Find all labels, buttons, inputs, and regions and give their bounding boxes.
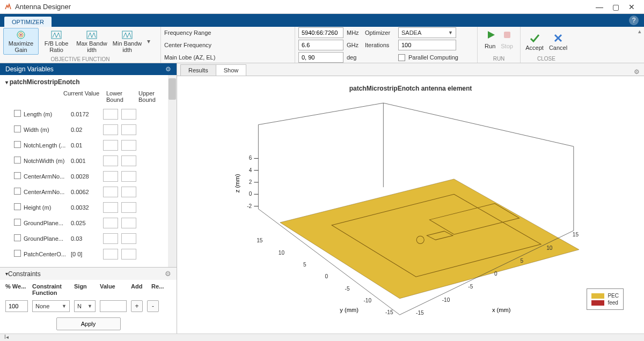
scrollbar-thumb[interactable] (169, 78, 176, 100)
obj-min-bandwidth-button[interactable]: Min Bandw idth (109, 28, 145, 54)
svg-text:-10: -10 (442, 297, 450, 303)
constraint-weight-input[interactable] (5, 300, 28, 312)
variable-checkbox[interactable] (14, 172, 21, 179)
upper-bound-input[interactable] (121, 187, 136, 197)
freq-range-unit: MHz (347, 29, 362, 36)
upper-bound-input[interactable] (121, 202, 136, 213)
cross-icon (547, 32, 569, 45)
variable-name: NotchLength (... (21, 142, 71, 149)
constraint-func-select[interactable]: None▼ (32, 300, 70, 312)
lower-bound-input[interactable] (103, 140, 118, 151)
ribbon-label-run: RUN (478, 55, 520, 63)
antenna-plot[interactable]: patchMicrostripEnotch antenna element (177, 76, 644, 333)
variable-row: NotchWidth (m)0.001 (0, 153, 177, 168)
variable-checkbox[interactable] (14, 141, 21, 148)
variable-checkbox[interactable] (14, 188, 21, 195)
lower-bound-input[interactable] (103, 171, 118, 182)
upper-bound-input[interactable] (121, 155, 136, 166)
maximize-button[interactable]: ▢ (608, 3, 624, 11)
upper-bound-input[interactable] (121, 218, 136, 228)
upper-bound-input[interactable] (121, 109, 136, 120)
stop-button[interactable] (500, 28, 514, 42)
col-sign: Sign (74, 283, 96, 296)
variable-checkbox[interactable] (14, 125, 21, 132)
tab-results[interactable]: Results (180, 64, 216, 76)
ribbon-group-input: Frequency Range Center Frequency Main Lo… (161, 27, 295, 63)
constraint-add-button[interactable]: + (131, 300, 143, 312)
accept-button[interactable]: Accept (524, 32, 545, 51)
objective-more-dropdown[interactable]: ▾ (145, 38, 152, 45)
panel-gear-icon[interactable]: ⚙ (165, 65, 171, 73)
variable-name: GroundPlane... (21, 235, 71, 242)
results-tabstrip: Results Show ⚙ (177, 63, 644, 76)
svg-text:-5: -5 (468, 284, 473, 290)
variable-checkbox[interactable] (14, 219, 21, 226)
collapse-ribbon-icon[interactable]: ▴ (638, 28, 641, 35)
variable-checkbox[interactable] (14, 157, 21, 164)
tab-optimizer[interactable]: OPTIMIZER (4, 17, 52, 27)
svg-text:0: 0 (249, 191, 252, 197)
constraint-remove-button[interactable]: - (147, 300, 159, 312)
variable-name: Width (m) (21, 127, 71, 133)
lower-bound-input[interactable] (103, 233, 118, 244)
variable-checkbox[interactable] (14, 250, 21, 257)
tab-show[interactable]: Show (216, 64, 247, 76)
variable-name: CenterArmNo... (21, 173, 71, 180)
cancel-button[interactable]: Cancel (547, 32, 569, 51)
scrollbar-track[interactable] (168, 75, 177, 267)
svg-text:2: 2 (249, 179, 252, 185)
upper-bound-input[interactable] (121, 249, 136, 260)
lower-bound-input[interactable] (103, 202, 118, 213)
minimize-button[interactable]: — (591, 3, 608, 11)
lower-bound-input[interactable] (103, 109, 118, 120)
lower-bound-input[interactable] (103, 218, 118, 228)
optimizer-select[interactable]: SADEA▼ (398, 27, 456, 38)
variable-checkbox[interactable] (14, 203, 21, 210)
tree-node-antenna[interactable]: patchMicrostripEnotch (0, 75, 177, 89)
constraints-gear-icon[interactable]: ⚙ (165, 270, 171, 278)
svg-text:-5: -5 (345, 286, 350, 292)
close-window-button[interactable]: ✕ (624, 3, 640, 11)
lower-bound-input[interactable] (103, 155, 118, 166)
lower-bound-input[interactable] (103, 187, 118, 197)
variable-value: 0.03 (71, 235, 103, 242)
chevron-down-icon: ▼ (448, 30, 453, 35)
constraint-sign-select[interactable]: N▼ (74, 300, 96, 312)
svg-text:15: 15 (257, 238, 263, 243)
iterations-input[interactable] (398, 40, 456, 50)
lower-bound-input[interactable] (103, 124, 118, 135)
rewind-icon[interactable]: I◂ (4, 334, 9, 340)
obj-fb-lobe-button[interactable]: F/B Lobe Ratio (39, 28, 74, 54)
constraint-row: None▼ N▼ + - (5, 300, 171, 312)
variable-name: Height (m) (21, 204, 71, 211)
upper-bound-input[interactable] (121, 124, 136, 135)
variable-value: 0.001 (71, 158, 103, 164)
ribbon-toolstrip: Maximize Gain F/B Lobe Ratio Max Bandw i… (0, 27, 644, 63)
results-gear-icon[interactable]: ⚙ (634, 68, 640, 76)
bandwidth-icon (74, 29, 109, 40)
upper-bound-input[interactable] (121, 233, 136, 244)
x-axis-label: x (mm) (492, 307, 511, 313)
run-button[interactable] (484, 28, 498, 42)
parallel-computing-checkbox[interactable] (398, 54, 405, 61)
center-freq-input[interactable] (298, 40, 343, 50)
variable-row: PatchCenterO...[0 0] (0, 246, 177, 262)
upper-bound-input[interactable] (121, 140, 136, 151)
upper-bound-input[interactable] (121, 171, 136, 182)
obj-maximize-gain-button[interactable]: Maximize Gain (3, 28, 39, 55)
svg-text:-15: -15 (385, 309, 393, 315)
ribbon-group-run: Run Stop RUN (478, 27, 521, 63)
variable-checkbox[interactable] (14, 110, 21, 117)
help-button[interactable]: ? (629, 16, 639, 25)
apply-button[interactable]: Apply (56, 317, 121, 330)
main-lobe-input[interactable] (298, 52, 343, 63)
obj-max-bandwidth-button[interactable]: Max Bandw idth (74, 28, 109, 54)
chevron-down-icon: ▼ (62, 303, 67, 309)
legend-swatch-pec (591, 293, 604, 299)
constraint-value-input[interactable] (100, 300, 127, 312)
constraints-header[interactable]: Constraints ⚙ (0, 267, 177, 280)
ribbon-group-close: Accept Cancel CLOSE (521, 27, 572, 63)
lower-bound-input[interactable] (103, 249, 118, 260)
variable-checkbox[interactable] (14, 234, 21, 241)
freq-range-input[interactable] (298, 27, 343, 38)
